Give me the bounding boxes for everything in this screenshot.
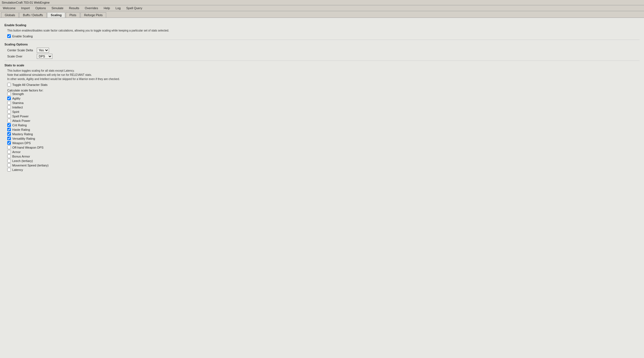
menubar: WelcomeImportOptionsSimulateResultsOverr… <box>0 5 644 11</box>
stat-label[interactable]: Movement Speed (tertiary) <box>12 164 48 167</box>
center-scale-delta-select[interactable]: Yes No <box>37 48 49 53</box>
stat-row: Bonus Armor <box>7 154 640 158</box>
stat-row: Leech (tertiary) <box>7 159 640 163</box>
stat-row: Crit Rating <box>7 123 640 127</box>
stat-label[interactable]: Attack Power <box>12 119 30 122</box>
stat-checkbox-latency[interactable] <box>7 168 11 171</box>
stats-list: StrengthAgilityStaminaIntellectSpiritSpe… <box>4 92 640 171</box>
stat-row: Agility <box>7 96 640 100</box>
scale-over-label: Scale Over <box>7 55 35 58</box>
enable-scaling-header: Enable Scaling <box>4 23 640 27</box>
enable-scaling-label[interactable]: Enable Scaling <box>12 35 33 38</box>
stat-checkbox-stamina[interactable] <box>7 101 11 105</box>
menu-item-welcome[interactable]: Welcome <box>0 6 18 10</box>
enable-scaling-row: Enable Scaling <box>7 34 640 38</box>
toggle-all-row: Toggle All Character Stats <box>7 83 640 86</box>
stat-row: Mastery Rating <box>7 132 640 136</box>
main-tab-scaling[interactable]: Scaling <box>47 12 65 18</box>
scale-over-select[interactable]: DPS HPS DTPS <box>37 54 52 59</box>
stat-label[interactable]: Versatility Rating <box>12 137 35 140</box>
stat-label[interactable]: Agility <box>12 97 20 100</box>
stat-checkbox-intellect[interactable] <box>7 105 11 109</box>
center-scale-delta-label: Center Scale Delta <box>7 49 35 52</box>
stat-row: Attack Power <box>7 119 640 122</box>
stat-checkbox-strength[interactable] <box>7 92 11 96</box>
stat-label[interactable]: Off-hand Weapon DPS <box>12 146 43 149</box>
menu-item-import[interactable]: Import <box>18 6 33 10</box>
scaling-options-header: Scaling Options <box>4 43 640 46</box>
stat-checkbox-spirit[interactable] <box>7 110 11 113</box>
stat-label[interactable]: Intellect <box>12 106 23 109</box>
stat-row: Stamina <box>7 101 640 105</box>
stat-row: Versatility Rating <box>7 137 640 140</box>
scale-over-row: Scale Over DPS HPS DTPS <box>7 54 640 59</box>
stat-row: Intellect <box>7 105 640 109</box>
stats-description: This button toggles scaling for all stat… <box>7 69 640 81</box>
calculate-header: Calculate scale factors for: <box>7 89 640 92</box>
stat-row: Armor <box>7 150 640 154</box>
titlebar: SimulationCraft 703-01 WebEngine <box>0 0 644 5</box>
menu-item-simulate[interactable]: Simulate <box>49 6 66 10</box>
menu-item-help[interactable]: Help <box>101 6 113 10</box>
stat-checkbox-off-hand-weapon-dps[interactable] <box>7 146 11 149</box>
toggle-all-checkbox[interactable] <box>7 83 11 86</box>
stat-label[interactable]: Armor <box>12 150 21 154</box>
stat-checkbox-attack-power[interactable] <box>7 119 11 122</box>
stat-checkbox-agility[interactable] <box>7 96 11 100</box>
stat-checkbox-armor[interactable] <box>7 150 11 154</box>
enable-scaling-description: This button enables/disables scale facto… <box>7 28 640 33</box>
stat-label[interactable]: Spell Power <box>12 115 29 118</box>
main-tab-buffs---debuffs[interactable]: Buffs / Debuffs <box>19 12 47 18</box>
menu-item-options[interactable]: Options <box>33 6 49 10</box>
stats-to-scale-header: Stats to scale <box>4 64 640 67</box>
stat-checkbox-spell-power[interactable] <box>7 114 11 118</box>
stat-label[interactable]: Spirit <box>12 110 19 113</box>
stat-label[interactable]: Bonus Armor <box>12 155 30 158</box>
center-scale-delta-row: Center Scale Delta Yes No <box>7 48 640 53</box>
menu-item-overrides[interactable]: Overrides <box>82 6 101 10</box>
content-area: Enable Scaling This button enables/disab… <box>0 18 644 175</box>
menu-item-log[interactable]: Log <box>113 6 123 10</box>
menu-item-results[interactable]: Results <box>66 6 82 10</box>
stat-label[interactable]: Stamina <box>12 101 23 105</box>
stat-row: Latency <box>7 168 640 171</box>
main-tab-globals[interactable]: Globals <box>1 12 19 18</box>
stat-checkbox-weapon-dps[interactable] <box>7 141 11 145</box>
stat-checkbox-versatility-rating[interactable] <box>7 137 11 140</box>
stat-checkbox-haste-rating[interactable] <box>7 128 11 131</box>
menu-item-spell-query[interactable]: Spell Query <box>123 6 145 10</box>
stat-checkbox-movement-speed--tertiary-[interactable] <box>7 163 11 167</box>
stat-label[interactable]: Latency <box>12 168 23 171</box>
stat-label[interactable]: Leech (tertiary) <box>12 159 33 163</box>
stat-row: Spirit <box>7 110 640 113</box>
stat-label[interactable]: Weapon DPS <box>12 141 31 145</box>
stat-row: Haste Rating <box>7 128 640 131</box>
stat-label[interactable]: Mastery Rating <box>12 132 33 136</box>
stat-row: Strength <box>7 92 640 96</box>
toggle-all-label[interactable]: Toggle All Character Stats <box>12 83 48 86</box>
stat-row: Weapon DPS <box>7 141 640 145</box>
stat-checkbox-mastery-rating[interactable] <box>7 132 11 136</box>
stat-label[interactable]: Strength <box>12 92 24 96</box>
stat-row: Spell Power <box>7 114 640 118</box>
main-tabs: GlobalsBuffs / DebuffsScalingPlotsReforg… <box>0 11 644 18</box>
stat-label[interactable]: Haste Rating <box>12 128 30 131</box>
stat-checkbox-leech--tertiary-[interactable] <box>7 159 11 163</box>
stat-label[interactable]: Crit Rating <box>12 124 27 127</box>
main-tab-reforge-plots[interactable]: Reforge Plots <box>81 12 106 18</box>
stat-row: Movement Speed (tertiary) <box>7 163 640 167</box>
stat-checkbox-crit-rating[interactable] <box>7 123 11 127</box>
main-tab-plots[interactable]: Plots <box>66 12 80 18</box>
stat-row: Off-hand Weapon DPS <box>7 146 640 149</box>
stat-checkbox-bonus-armor[interactable] <box>7 154 11 158</box>
enable-scaling-checkbox[interactable] <box>7 34 11 38</box>
